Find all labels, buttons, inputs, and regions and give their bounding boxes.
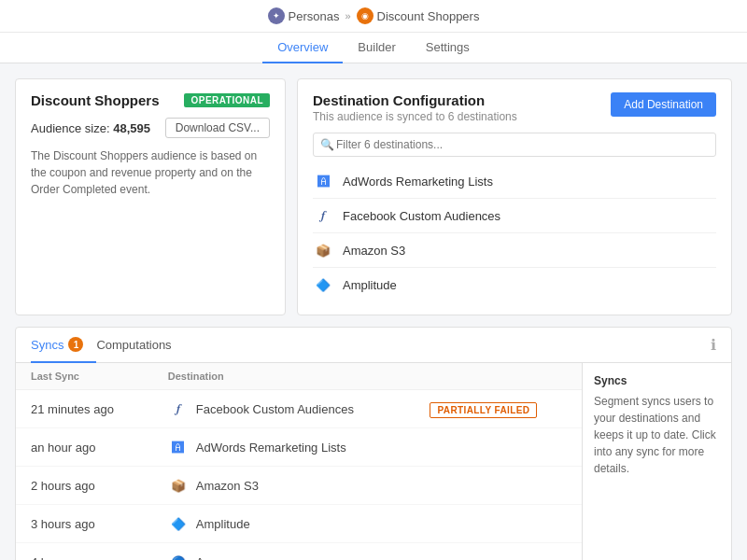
info-panel-text: Segment syncs users to your destinations… bbox=[594, 393, 720, 477]
audience-card-header: Discount Shoppers OPERATIONAL bbox=[31, 92, 270, 108]
amplitude-icon: 🔷 bbox=[168, 513, 189, 534]
sync-dest: 𝒇 Facebook Custom Audiences bbox=[153, 390, 416, 428]
search-icon: 🔍 bbox=[320, 138, 334, 151]
destination-config-subtitle: This audience is synced to 6 destination… bbox=[313, 110, 517, 123]
audience-card: Discount Shoppers OPERATIONAL Audience s… bbox=[15, 78, 286, 315]
sync-time: 2 hours ago bbox=[16, 467, 153, 505]
appcues-icon: 🔵 bbox=[168, 552, 189, 560]
header: ✦ Personas » ◉ Discount Shoppers Overvie… bbox=[0, 0, 747, 63]
main-tabs: Overview Builder Settings bbox=[0, 32, 747, 63]
discount-shoppers-icon: ◉ bbox=[357, 7, 374, 24]
personas-label: Personas bbox=[289, 9, 340, 23]
syncs-table: Last Sync Destination 21 minutes ago 𝒇 F bbox=[16, 363, 582, 560]
audience-size-label: Audience size: 48,595 bbox=[31, 121, 150, 135]
dest-name: Amazon S3 bbox=[343, 244, 405, 258]
sync-dest: 📦 Amazon S3 bbox=[153, 467, 416, 505]
list-item[interactable]: 🔷 Amplitude bbox=[313, 268, 716, 301]
destination-list: 🅰 AdWords Remarketing Lists 𝒇 Facebook C… bbox=[313, 164, 716, 301]
dest-name: Amplitude bbox=[196, 517, 250, 531]
syncs-error-badge: 1 bbox=[68, 337, 83, 352]
amazon-icon: 📦 bbox=[313, 240, 333, 260]
col-destination: Destination bbox=[153, 363, 416, 390]
sync-dest: 🅰 AdWords Remarketing Lists bbox=[153, 428, 416, 467]
audience-size-row: Audience size: 48,595 Download CSV... bbox=[31, 118, 270, 138]
main-content: Discount Shoppers OPERATIONAL Audience s… bbox=[0, 63, 747, 560]
list-item[interactable]: 𝒇 Facebook Custom Audiences bbox=[313, 199, 716, 233]
sync-dest: 🔵 Appcues bbox=[153, 543, 416, 561]
breadcrumb-current-label: Discount Shoppers bbox=[377, 9, 480, 23]
computations-tab-label: Computations bbox=[96, 338, 171, 352]
syncs-tab-label: Syncs bbox=[31, 338, 63, 352]
breadcrumb: ✦ Personas » ◉ Discount Shoppers bbox=[0, 7, 747, 32]
sync-time: an hour ago bbox=[16, 428, 153, 467]
filter-destinations-input[interactable] bbox=[313, 133, 716, 157]
destination-config-title: Destination Configuration bbox=[313, 92, 517, 108]
sync-status bbox=[415, 467, 582, 505]
sync-time: 4 hours ago bbox=[16, 543, 153, 561]
sync-status bbox=[415, 505, 582, 543]
add-destination-button[interactable]: Add Destination bbox=[611, 92, 716, 117]
audience-title: Discount Shoppers bbox=[31, 92, 160, 108]
sync-time: 3 hours ago bbox=[16, 505, 153, 543]
col-last-sync: Last Sync bbox=[16, 363, 153, 390]
syncs-info-panel: Syncs Segment syncs users to your destin… bbox=[582, 363, 731, 560]
sync-status bbox=[415, 543, 582, 561]
sync-time: 21 minutes ago bbox=[16, 390, 153, 428]
adwords-icon: 🅰 bbox=[168, 437, 189, 457]
table-row[interactable]: 4 hours ago 🔵 Appcues bbox=[16, 543, 582, 561]
dest-name: AdWords Remarketing Lists bbox=[196, 441, 346, 455]
table-row[interactable]: 3 hours ago 🔷 Amplitude bbox=[16, 505, 582, 543]
tab-builder[interactable]: Builder bbox=[343, 33, 410, 63]
sync-dest: 🔷 Amplitude bbox=[153, 505, 416, 543]
download-csv-button[interactable]: Download CSV... bbox=[165, 118, 270, 138]
operational-badge: OPERATIONAL bbox=[184, 93, 270, 107]
tab-syncs[interactable]: Syncs 1 bbox=[31, 328, 96, 363]
dest-name: AdWords Remarketing Lists bbox=[343, 175, 493, 189]
dest-name: Amazon S3 bbox=[196, 479, 259, 493]
audience-size-value: 48,595 bbox=[113, 121, 150, 135]
info-panel-title: Syncs bbox=[594, 374, 720, 387]
breadcrumb-current: ◉ Discount Shoppers bbox=[357, 7, 480, 24]
dest-name: Facebook Custom Audiences bbox=[196, 402, 354, 416]
facebook-icon: 𝒇 bbox=[168, 399, 189, 419]
sync-status: PARTIALLY FAILED bbox=[415, 390, 582, 428]
adwords-icon: 🅰 bbox=[313, 171, 333, 191]
dest-name: Facebook Custom Audiences bbox=[343, 209, 500, 223]
syncs-table-wrapper: Last Sync Destination 21 minutes ago 𝒇 F bbox=[16, 363, 582, 560]
tab-settings[interactable]: Settings bbox=[411, 33, 485, 63]
table-row[interactable]: 21 minutes ago 𝒇 Facebook Custom Audienc… bbox=[16, 390, 582, 428]
tab-computations[interactable]: Computations bbox=[96, 329, 184, 363]
tab-overview[interactable]: Overview bbox=[262, 33, 343, 63]
table-row[interactable]: an hour ago 🅰 AdWords Remarketing Lists bbox=[16, 428, 582, 467]
breadcrumb-separator: » bbox=[345, 10, 350, 21]
amazon-icon: 📦 bbox=[168, 475, 189, 496]
destination-card-title-group: Destination Configuration This audience … bbox=[313, 92, 517, 123]
list-item[interactable]: 🅰 AdWords Remarketing Lists bbox=[313, 164, 716, 199]
destination-card-header: Destination Configuration This audience … bbox=[313, 92, 716, 123]
sync-status bbox=[415, 428, 582, 467]
info-icon-button[interactable]: ℹ bbox=[711, 336, 716, 354]
table-row[interactable]: 2 hours ago 📦 Amazon S3 bbox=[16, 467, 582, 505]
dest-name: Appcues bbox=[196, 555, 244, 561]
amplitude-icon: 🔷 bbox=[313, 274, 333, 295]
personas-icon: ✦ bbox=[268, 7, 285, 24]
breadcrumb-personas[interactable]: ✦ Personas bbox=[268, 7, 340, 24]
top-row: Discount Shoppers OPERATIONAL Audience s… bbox=[15, 78, 732, 315]
partially-failed-badge: PARTIALLY FAILED bbox=[430, 402, 537, 418]
syncs-content: Last Sync Destination 21 minutes ago 𝒇 F bbox=[16, 363, 731, 560]
syncs-section: Syncs 1 Computations ℹ Last Sync Destina… bbox=[15, 327, 732, 560]
list-item[interactable]: 📦 Amazon S3 bbox=[313, 233, 716, 268]
facebook-icon: 𝒇 bbox=[313, 205, 333, 226]
audience-description: The Discount Shoppers audience is based … bbox=[31, 147, 270, 198]
dest-name: Amplitude bbox=[343, 278, 397, 292]
col-status bbox=[415, 363, 582, 390]
destination-card: Destination Configuration This audience … bbox=[297, 78, 732, 315]
filter-input-wrapper: 🔍 bbox=[313, 133, 716, 157]
syncs-tabs-bar: Syncs 1 Computations ℹ bbox=[16, 328, 731, 363]
